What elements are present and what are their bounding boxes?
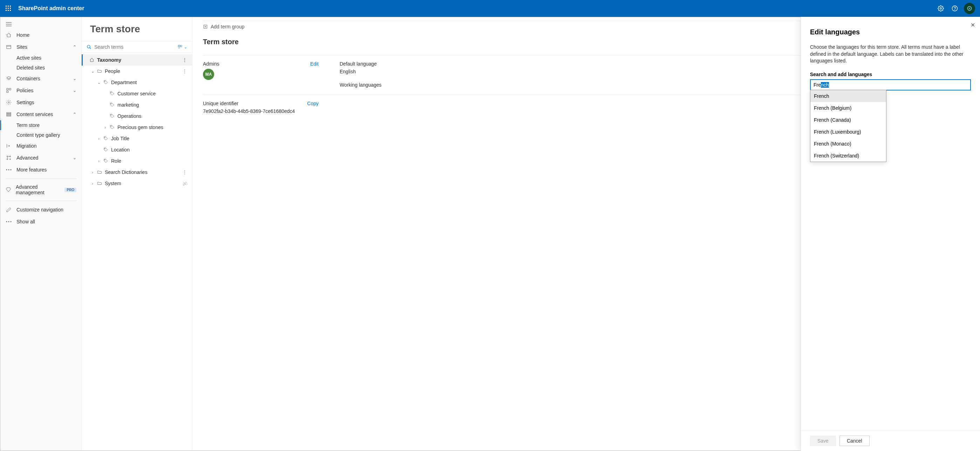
svg-point-11 bbox=[955, 10, 955, 10]
add-link-label: Add term group bbox=[211, 24, 245, 29]
language-option[interactable]: French (Canada) bbox=[810, 114, 886, 126]
chevron-down-icon[interactable]: ⌄ bbox=[90, 69, 95, 74]
svg-point-36 bbox=[6, 221, 7, 222]
svg-point-34 bbox=[8, 169, 10, 171]
svg-point-27 bbox=[7, 156, 8, 157]
tree-search-dictionaries[interactable]: › Search Dictionaries ⋮ bbox=[82, 167, 192, 178]
help-icon[interactable] bbox=[948, 0, 962, 17]
unique-id-value: 7e902fa2-b34b-44b5-8369-7ce61680edc4 bbox=[203, 108, 318, 114]
nav-content-services[interactable]: Content services ⌃ bbox=[0, 108, 81, 120]
tree-operations[interactable]: Operations bbox=[82, 110, 192, 122]
tag-icon bbox=[109, 125, 115, 130]
edit-admins-link[interactable]: Edit bbox=[310, 61, 318, 67]
tag-icon bbox=[103, 136, 109, 141]
nav-label: More features bbox=[16, 167, 47, 172]
folder-icon bbox=[96, 170, 103, 175]
nav-active-sites[interactable]: Active sites bbox=[0, 53, 81, 63]
language-option[interactable]: French (Monaco) bbox=[810, 138, 886, 150]
tree-precious-gem-stones[interactable]: › Precious gem stones bbox=[82, 122, 192, 133]
nav-show-all[interactable]: Show all bbox=[0, 216, 81, 228]
tree-people[interactable]: ⌄ People ⋮ bbox=[82, 65, 192, 77]
tree-label: Customer service bbox=[118, 91, 156, 96]
svg-line-40 bbox=[90, 48, 91, 49]
chevron-right-icon[interactable]: › bbox=[103, 125, 108, 129]
nav-sites[interactable]: Sites ⌃ bbox=[0, 41, 81, 53]
tree-department[interactable]: ⌄ Department bbox=[82, 77, 192, 88]
svg-point-39 bbox=[87, 45, 90, 48]
tree-label: Role bbox=[111, 158, 121, 164]
language-option[interactable]: French (Switzerland) bbox=[810, 150, 886, 162]
svg-point-29 bbox=[7, 159, 8, 160]
nav-home[interactable]: Home bbox=[0, 29, 81, 41]
svg-point-14 bbox=[969, 8, 970, 9]
nav-migration[interactable]: Migration bbox=[0, 140, 81, 152]
tree-label: People bbox=[105, 69, 120, 74]
nav-label: Advanced bbox=[16, 155, 38, 161]
tree-label: Job Title bbox=[111, 136, 129, 141]
panel-description: Choose the languages for this term store… bbox=[810, 44, 971, 65]
more-icon[interactable]: ⋮ bbox=[182, 69, 187, 74]
policies-icon bbox=[5, 87, 12, 94]
tree-label: Location bbox=[111, 147, 130, 153]
nav-deleted-sites[interactable]: Deleted sites bbox=[0, 63, 81, 73]
nav-containers[interactable]: Containers ⌄ bbox=[0, 73, 81, 84]
tree-taxonomy[interactable]: Taxonomy ⋮ bbox=[82, 54, 192, 65]
nav-policies[interactable]: Policies ⌄ bbox=[0, 84, 81, 96]
tree-column: Term store ⌄ Taxonomy ⋮ ⌄ People ⋮ bbox=[82, 17, 192, 451]
language-option[interactable]: French bbox=[810, 90, 886, 102]
settings-icon[interactable] bbox=[934, 0, 948, 17]
language-option[interactable]: French (Belgium) bbox=[810, 102, 886, 114]
user-avatar[interactable] bbox=[964, 3, 975, 14]
svg-rect-4 bbox=[8, 8, 9, 9]
nav-term-store[interactable]: Term store bbox=[0, 120, 81, 130]
svg-rect-25 bbox=[7, 114, 11, 115]
cancel-button[interactable]: Cancel bbox=[840, 435, 870, 446]
chevron-right-icon[interactable]: › bbox=[96, 136, 101, 141]
nav-collapse-icon[interactable] bbox=[0, 19, 81, 29]
chevron-right-icon[interactable]: › bbox=[90, 181, 95, 185]
page-title: Term store bbox=[82, 17, 192, 41]
chevron-right-icon[interactable]: › bbox=[90, 170, 95, 174]
tree-job-title[interactable]: › Job Title bbox=[82, 133, 192, 144]
chevron-right-icon[interactable]: › bbox=[96, 159, 101, 163]
svg-point-44 bbox=[111, 92, 111, 93]
nav-content-type-gallery[interactable]: Content type gallery bbox=[0, 130, 81, 140]
tree-role[interactable]: › Role bbox=[82, 155, 192, 167]
more-icon[interactable]: ⋮ bbox=[182, 57, 187, 63]
tree-customer-service[interactable]: Customer service bbox=[82, 88, 192, 99]
working-lang-label: Working languages bbox=[340, 82, 382, 88]
nav-settings[interactable]: Settings bbox=[0, 96, 81, 108]
tree-location[interactable]: Location bbox=[82, 144, 192, 155]
folder-icon bbox=[96, 181, 103, 186]
svg-line-51 bbox=[183, 182, 187, 185]
taxonomy-tree: Taxonomy ⋮ ⌄ People ⋮ ⌄ Department Custo… bbox=[82, 53, 192, 451]
close-icon[interactable]: ✕ bbox=[970, 22, 975, 29]
svg-rect-3 bbox=[6, 8, 7, 9]
tree-label: Search Dictionaries bbox=[105, 169, 147, 175]
svg-rect-22 bbox=[7, 91, 8, 92]
more-icon[interactable]: ⋮ bbox=[182, 169, 187, 175]
nav-more-features[interactable]: More features bbox=[0, 164, 81, 176]
search-languages-input[interactable]: French French French (Belgium) French (C… bbox=[810, 79, 971, 91]
chevron-down-icon[interactable]: ⌄ bbox=[96, 80, 101, 85]
svg-rect-41 bbox=[178, 45, 180, 47]
home-icon bbox=[5, 32, 12, 38]
nav-label: Home bbox=[16, 32, 29, 38]
tree-system[interactable]: › System bbox=[82, 178, 192, 189]
copy-id-link[interactable]: Copy bbox=[307, 100, 318, 106]
filter-icon[interactable]: ⌄ bbox=[178, 45, 187, 49]
save-button[interactable]: Save bbox=[810, 435, 836, 446]
search-terms-input[interactable] bbox=[94, 44, 178, 50]
language-option[interactable]: French (Luxembourg) bbox=[810, 126, 886, 138]
folder-icon bbox=[96, 69, 103, 74]
svg-rect-24 bbox=[7, 113, 11, 114]
tree-marketing[interactable]: marketing bbox=[82, 99, 192, 110]
svg-point-47 bbox=[111, 126, 111, 127]
home-icon bbox=[89, 57, 95, 62]
nav-advanced-management[interactable]: Advanced management PRO bbox=[0, 182, 81, 198]
edit-icon bbox=[5, 206, 12, 213]
nav-advanced[interactable]: Advanced ⌄ bbox=[0, 152, 81, 164]
app-launcher-icon[interactable] bbox=[3, 3, 14, 14]
svg-rect-21 bbox=[9, 88, 11, 90]
nav-customize[interactable]: Customize navigation bbox=[0, 204, 81, 216]
